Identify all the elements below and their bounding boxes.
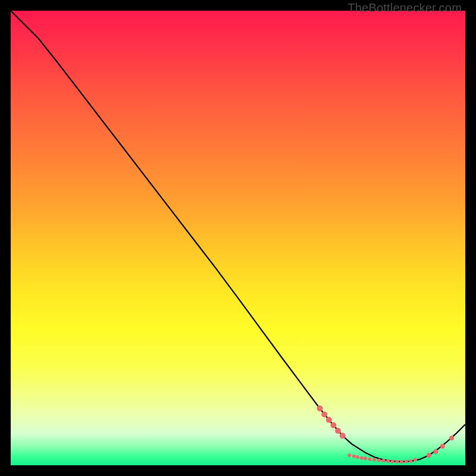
bottleneck-curve xyxy=(11,11,465,462)
chart-frame: TheBottlenecker.com xyxy=(0,0,476,476)
data-point-marker xyxy=(326,417,332,423)
marker-group xyxy=(317,406,455,464)
data-point-marker xyxy=(364,457,367,461)
data-point-marker xyxy=(330,422,336,428)
data-point-marker xyxy=(321,411,327,417)
data-point-marker xyxy=(317,406,323,412)
data-point-marker xyxy=(414,458,417,462)
attribution-label: TheBottlenecker.com xyxy=(347,1,462,15)
data-point-marker xyxy=(433,449,438,454)
data-point-marker xyxy=(356,455,359,459)
data-point-marker xyxy=(395,460,399,464)
data-point-marker xyxy=(381,459,385,462)
data-point-marker xyxy=(386,459,390,463)
plot-area xyxy=(11,11,465,465)
data-point-marker xyxy=(347,453,351,457)
data-point-marker xyxy=(449,436,454,440)
data-point-marker xyxy=(377,459,381,462)
data-point-marker xyxy=(340,433,346,439)
data-point-marker xyxy=(400,460,403,464)
data-point-marker xyxy=(368,458,372,461)
chart-svg xyxy=(11,11,465,465)
data-point-marker xyxy=(427,453,431,458)
data-point-marker xyxy=(372,458,376,462)
data-point-marker xyxy=(405,460,408,464)
data-point-marker xyxy=(391,460,394,464)
data-point-marker xyxy=(409,459,412,463)
data-point-marker xyxy=(352,455,356,458)
data-point-marker xyxy=(360,456,364,460)
data-point-marker xyxy=(335,428,341,434)
data-point-marker xyxy=(440,444,445,449)
